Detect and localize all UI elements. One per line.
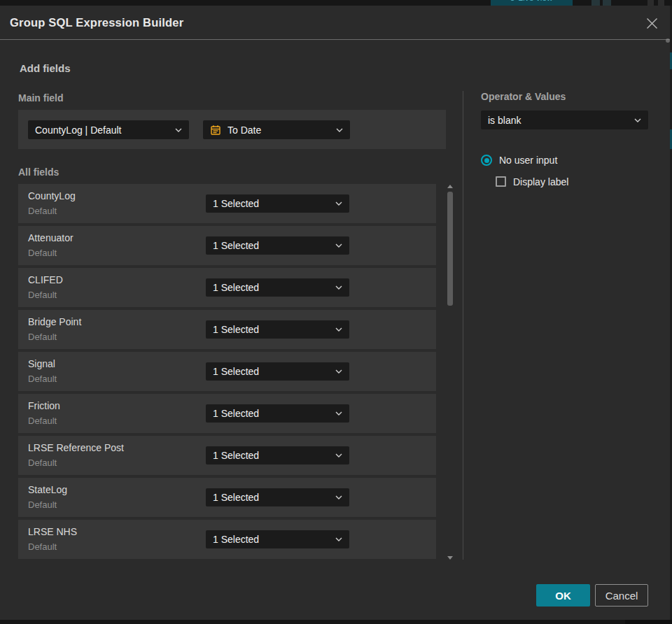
display-label-checkbox[interactable] bbox=[496, 176, 506, 187]
field-values-dropdown[interactable]: 1 Selected bbox=[206, 404, 349, 423]
chevron-down-icon bbox=[335, 369, 342, 374]
field-name: Friction bbox=[28, 400, 60, 411]
calendar-date-icon bbox=[210, 125, 221, 136]
background-app-bottom-edge bbox=[0, 620, 672, 624]
group-sql-expression-builder-dialog: Group SQL Expression Builder Add fields … bbox=[0, 6, 670, 620]
field-subtitle: Default bbox=[28, 332, 57, 342]
close-icon bbox=[645, 17, 659, 30]
chevron-down-icon bbox=[335, 201, 342, 206]
toolbar-icon-fragment bbox=[648, 0, 654, 6]
operator-values-label: Operator & Values bbox=[481, 91, 566, 102]
main-field-field-value: To Date bbox=[227, 125, 330, 136]
field-subtitle: Default bbox=[28, 458, 57, 468]
field-values-selected: 1 Selected bbox=[213, 282, 330, 293]
chevron-down-icon bbox=[336, 128, 343, 132]
field-values-selected: 1 Selected bbox=[213, 366, 330, 377]
main-field-field-dropdown[interactable]: To Date bbox=[203, 120, 350, 139]
toolbar-icon-fragment bbox=[603, 0, 611, 6]
operator-dropdown[interactable]: is blank bbox=[481, 111, 648, 129]
field-subtitle: Default bbox=[28, 290, 57, 300]
field-values-selected: 1 Selected bbox=[213, 240, 330, 251]
dialog-title-bar: Group SQL Expression Builder bbox=[0, 6, 670, 40]
field-values-selected: 1 Selected bbox=[213, 324, 330, 335]
display-label-label: Display label bbox=[513, 176, 568, 187]
field-row-signal: SignalDefault1 Selected bbox=[18, 352, 436, 391]
main-field-layer-dropdown[interactable]: CountyLog | Default bbox=[28, 120, 189, 139]
field-subtitle: Default bbox=[28, 374, 57, 384]
all-fields-label: All fields bbox=[18, 166, 59, 178]
field-name: Signal bbox=[28, 358, 55, 369]
background-app-toolbar: Live view bbox=[0, 0, 672, 6]
field-subtitle: Default bbox=[28, 248, 57, 258]
field-name: CLIFED bbox=[28, 274, 63, 285]
field-row-lrse-nhs: LRSE NHSDefault1 Selected bbox=[18, 520, 436, 559]
dialog-title: Group SQL Expression Builder bbox=[10, 6, 183, 40]
chevron-down-icon bbox=[175, 128, 182, 132]
field-row-attenuator: AttenuatorDefault1 Selected bbox=[18, 226, 436, 265]
live-view-label: Live view bbox=[518, 0, 552, 3]
field-name: StateLog bbox=[28, 484, 67, 495]
field-values-dropdown[interactable]: 1 Selected bbox=[206, 362, 349, 381]
field-subtitle: Default bbox=[28, 416, 57, 426]
chevron-down-icon bbox=[335, 327, 342, 332]
no-user-input-radio[interactable] bbox=[481, 155, 492, 166]
field-name: Attenuator bbox=[28, 232, 74, 243]
field-subtitle: Default bbox=[28, 499, 57, 510]
field-values-dropdown[interactable]: 1 Selected bbox=[206, 278, 349, 297]
field-row-friction: FrictionDefault1 Selected bbox=[18, 394, 436, 433]
chevron-down-icon bbox=[335, 411, 342, 416]
radio-selected-dot bbox=[484, 158, 489, 163]
scrollbar-down-arrow[interactable] bbox=[447, 556, 453, 560]
field-values-dropdown[interactable]: 1 Selected bbox=[206, 488, 349, 506]
field-row-bridge-point: Bridge PointDefault1 Selected bbox=[18, 310, 436, 349]
field-name: Bridge Point bbox=[28, 316, 81, 327]
field-values-dropdown[interactable]: 1 Selected bbox=[206, 320, 349, 339]
cancel-button[interactable]: Cancel bbox=[595, 584, 648, 607]
field-name: LRSE Reference Post bbox=[28, 442, 124, 453]
panel-divider bbox=[463, 91, 463, 560]
operator-value: is blank bbox=[488, 115, 629, 126]
field-subtitle: Default bbox=[28, 206, 57, 216]
chevron-down-icon bbox=[335, 285, 342, 290]
chevron-down-icon bbox=[335, 495, 342, 499]
ok-button[interactable]: OK bbox=[536, 584, 590, 607]
field-values-selected: 1 Selected bbox=[213, 492, 330, 503]
field-row-lrse-reference-post: LRSE Reference PostDefault1 Selected bbox=[18, 436, 436, 475]
field-row-countylog: CountyLogDefault1 Selected bbox=[18, 184, 436, 223]
main-field-panel: CountyLog | Default To Date bbox=[18, 110, 446, 149]
live-view-dot-icon bbox=[510, 0, 514, 1]
field-values-dropdown[interactable]: 1 Selected bbox=[206, 530, 349, 548]
main-field-layer-value: CountyLog | Default bbox=[35, 125, 169, 136]
field-values-dropdown[interactable]: 1 Selected bbox=[206, 446, 349, 465]
toolbar-icon-fragment bbox=[658, 0, 664, 6]
divider-end-dot bbox=[666, 38, 670, 43]
field-values-selected: 1 Selected bbox=[213, 198, 330, 209]
main-field-label: Main field bbox=[18, 92, 64, 104]
add-fields-heading: Add fields bbox=[20, 62, 71, 74]
field-values-dropdown[interactable]: 1 Selected bbox=[206, 194, 349, 213]
toolbar-icon-fragment bbox=[592, 0, 600, 6]
field-row-clifed: CLIFEDDefault1 Selected bbox=[18, 268, 436, 307]
field-subtitle: Default bbox=[28, 541, 57, 552]
scrollbar-up-arrow[interactable] bbox=[447, 185, 453, 188]
screen: Live view Group SQL Expression Builder A… bbox=[0, 0, 672, 624]
close-button[interactable] bbox=[641, 13, 662, 34]
field-row-statelog: StateLogDefault1 Selected bbox=[18, 478, 436, 517]
field-values-dropdown[interactable]: 1 Selected bbox=[206, 236, 349, 255]
field-name: LRSE NHS bbox=[28, 526, 77, 537]
scrollbar-thumb[interactable] bbox=[447, 192, 453, 306]
live-view-button[interactable]: Live view bbox=[491, 0, 573, 6]
field-values-selected: 1 Selected bbox=[213, 534, 330, 545]
chevron-down-icon bbox=[335, 537, 342, 541]
field-name: CountyLog bbox=[28, 190, 76, 201]
field-values-selected: 1 Selected bbox=[213, 408, 330, 419]
no-user-input-label: No user input bbox=[499, 155, 557, 166]
chevron-down-icon bbox=[335, 453, 342, 458]
chevron-down-icon bbox=[335, 243, 342, 248]
field-values-selected: 1 Selected bbox=[213, 450, 330, 461]
all-fields-list: CountyLogDefault1 SelectedAttenuatorDefa… bbox=[18, 184, 436, 559]
chevron-down-icon bbox=[634, 118, 641, 122]
